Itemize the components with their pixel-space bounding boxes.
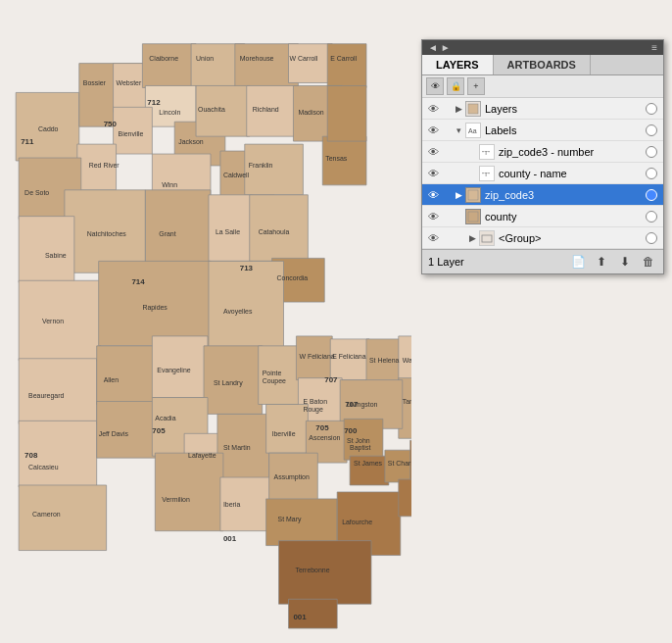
svg-text:St Landry: St Landry: [214, 379, 243, 387]
layer-circle-zip-number: [646, 146, 657, 158]
svg-rect-150: [468, 104, 478, 114]
layer-circle-county: [646, 211, 657, 223]
svg-text:St Helena: St Helena: [369, 357, 400, 364]
panel-toolbar: 👁 🔒 +: [422, 75, 663, 98]
svg-text:Sabine: Sabine: [45, 252, 67, 259]
thumb-labels: Aa: [465, 123, 481, 138]
svg-marker-19: [245, 144, 304, 195]
new-layer-icon[interactable]: 📄: [569, 253, 587, 271]
svg-text:Jackson: Jackson: [178, 138, 204, 145]
eye-icon-labels[interactable]: 👁: [422, 120, 444, 141]
svg-text:Lincoln: Lincoln: [159, 109, 180, 116]
svg-text:E Feliciana: E Feliciana: [332, 353, 365, 360]
eye-icon-zip-code3[interactable]: 👁: [422, 184, 444, 206]
expand-icon[interactable]: +: [467, 77, 485, 95]
svg-text:Rouge: Rouge: [303, 406, 323, 414]
svg-text:Cameron: Cameron: [32, 511, 61, 518]
eye-icon-county[interactable]: 👁: [422, 206, 444, 227]
svg-text:712: 712: [147, 98, 161, 107]
svg-text:707: 707: [324, 375, 338, 384]
svg-text:Vernon: Vernon: [42, 318, 64, 324]
svg-text:Evangeline: Evangeline: [157, 367, 190, 374]
expand-group[interactable]: ▶: [465, 227, 479, 249]
svg-text:Caddo: Caddo: [38, 125, 59, 132]
svg-text:La Salle: La Salle: [216, 228, 240, 235]
svg-text:Ascension: Ascension: [309, 434, 340, 441]
svg-text:Iberville: Iberville: [272, 430, 296, 437]
svg-text:Winn: Winn: [162, 181, 177, 188]
svg-marker-7: [327, 44, 366, 88]
thumb-zip-code3: [465, 187, 481, 203]
layer-row-county[interactable]: 👁 ▶ county: [422, 206, 663, 227]
expand-layers[interactable]: ▶: [452, 98, 465, 120]
svg-text:Red River: Red River: [89, 162, 120, 169]
svg-text:Calcasieu: Calcasieu: [28, 464, 59, 470]
svg-text:Jeff Davis: Jeff Davis: [99, 430, 129, 437]
layer-row-group[interactable]: 👁 ▶ <Group>: [422, 227, 663, 249]
thumb-layers: [465, 101, 481, 117]
svg-text:Bossier: Bossier: [83, 79, 107, 86]
lock-icon[interactable]: 🔒: [447, 77, 464, 95]
svg-text:St Mary: St Mary: [278, 516, 302, 523]
svg-text:Ouachita: Ouachita: [198, 106, 225, 113]
panel-footer: 1 Layer 📄 ⬆ ⬇ 🗑: [422, 249, 663, 273]
layer-row-labels[interactable]: 👁 ▾ Aa Labels: [422, 120, 663, 141]
layer-row-county-name[interactable]: 👁 ▶ "T" county - name: [422, 163, 663, 184]
visibility-toggle-icon[interactable]: 👁: [426, 77, 444, 95]
svg-text:St Martin: St Martin: [223, 444, 251, 451]
panel-collapse-icons[interactable]: ◄ ►: [428, 42, 451, 53]
expand-labels[interactable]: ▾: [452, 120, 465, 141]
svg-text:Beauregard: Beauregard: [28, 392, 64, 400]
svg-rect-154: [468, 190, 478, 200]
svg-text:Aa: Aa: [468, 127, 477, 134]
layer-name-group: <Group>: [499, 232, 642, 244]
layer-circle-layers: [646, 103, 657, 115]
eye-icon-layers[interactable]: 👁: [422, 98, 444, 120]
svg-text:St Charles: St Charles: [388, 460, 411, 467]
svg-text:E Baton: E Baton: [303, 398, 327, 405]
svg-text:Union: Union: [196, 55, 214, 62]
panel-menu-icon[interactable]: ≡: [651, 42, 657, 53]
layer-name-labels: Labels: [485, 124, 642, 136]
thumb-group: [479, 230, 495, 246]
svg-text:De Soto: De Soto: [24, 189, 49, 196]
svg-text:Bienville: Bienville: [119, 130, 144, 137]
layers-list: 👁 ▶ Layers 👁 ▾ Aa Labels 👁 ▶: [422, 98, 663, 249]
svg-text:Vermilion: Vermilion: [162, 496, 190, 503]
svg-text:Grant: Grant: [159, 230, 175, 237]
move-up-icon[interactable]: ⬆: [593, 253, 610, 271]
thumb-county: [465, 209, 481, 224]
tab-artboards[interactable]: ARTBOARDS: [494, 55, 591, 74]
layer-circle-county-name: [646, 168, 657, 179]
svg-text:Madison: Madison: [298, 109, 323, 116]
layer-name-zip-code3: zip_code3: [485, 189, 642, 201]
svg-text:Baptist: Baptist: [350, 444, 370, 452]
expand-zip-code3[interactable]: ▶: [452, 184, 465, 206]
delete-layer-icon[interactable]: 🗑: [640, 253, 657, 271]
svg-text:Natchitoches: Natchitoches: [87, 230, 127, 237]
svg-text:714: 714: [131, 277, 145, 286]
svg-marker-6: [288, 44, 332, 83]
svg-text:Allen: Allen: [104, 376, 120, 383]
svg-text:Caldwell: Caldwell: [223, 172, 250, 178]
svg-marker-60: [266, 499, 338, 546]
layer-name-zip-number: zip_code3 - number: [499, 146, 642, 158]
svg-text:Franklin: Franklin: [249, 162, 273, 169]
layer-row-layers[interactable]: 👁 ▶ Layers: [422, 98, 663, 120]
eye-icon-group[interactable]: 👁: [422, 227, 444, 249]
svg-marker-29: [209, 261, 284, 350]
svg-rect-156: [482, 235, 492, 242]
svg-text:708: 708: [24, 451, 38, 460]
layer-row-zip-code3[interactable]: 👁 ▶ zip_code3: [422, 184, 663, 206]
move-down-icon[interactable]: ⬇: [616, 253, 634, 271]
svg-text:Claiborne: Claiborne: [149, 55, 178, 62]
eye-icon-county-name[interactable]: 👁: [422, 163, 444, 184]
svg-marker-64: [399, 479, 411, 517]
svg-text:700: 700: [344, 426, 358, 435]
svg-text:Lafayette: Lafayette: [188, 452, 216, 460]
tab-layers[interactable]: LAYERS: [422, 55, 494, 74]
eye-icon-zip-number[interactable]: 👁: [422, 141, 444, 163]
layer-row-zip-number[interactable]: 👁 ▶ "T" zip_code3 - number: [422, 141, 663, 163]
louisiana-map: Caddo 711 Bossier Webster Claiborne Unio…: [0, 0, 411, 643]
svg-text:Catahoula: Catahoula: [259, 228, 290, 235]
